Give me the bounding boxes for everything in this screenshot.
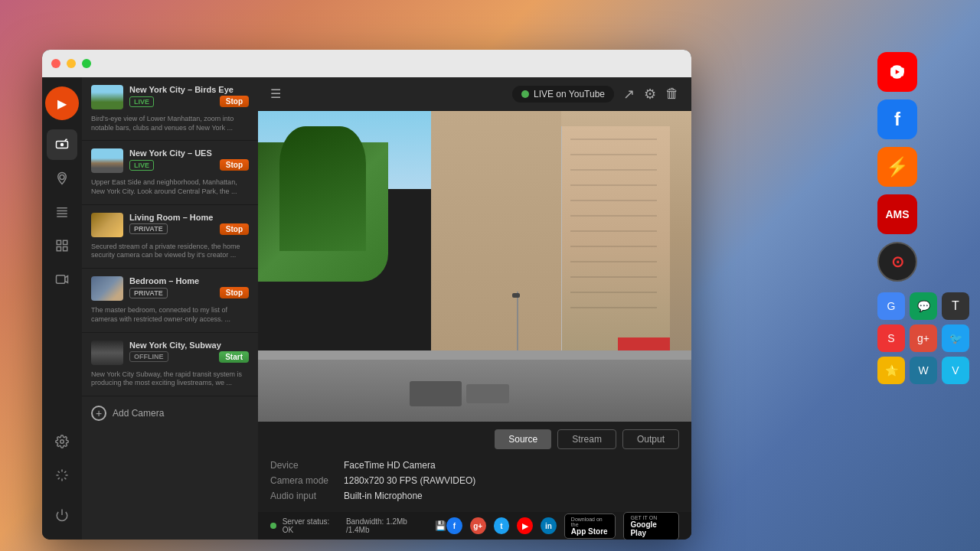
camera-title: New York City – UES	[129, 148, 249, 158]
small-icon-s[interactable]: S	[877, 324, 905, 352]
facebook-desktop-icon[interactable]: f	[877, 99, 917, 139]
desktop-icons: f ⚡ AMS ⊙ G 💬 T S g+ 🐦 ⭐ W V	[877, 52, 969, 384]
social-twitter[interactable]: t	[494, 517, 510, 534]
youtube-desktop-icon[interactable]	[877, 52, 917, 92]
camera-thumbnail	[91, 85, 123, 109]
audio-input-label: Audio input	[270, 491, 328, 501]
camera-title: Living Room – Home	[129, 213, 249, 222]
app-window: ▶	[42, 50, 691, 540]
camera-description: Secured stream of a private residence, t…	[91, 243, 249, 260]
video-preview	[258, 111, 691, 422]
share-icon[interactable]: ↗	[623, 86, 635, 103]
app-store-badge[interactable]: Download on the App Store	[564, 514, 616, 539]
add-camera-button[interactable]: + Add Camera	[82, 396, 258, 430]
server-status-label: Server status: OK	[283, 517, 340, 534]
status-badge: LIVE	[129, 160, 154, 171]
camera-title: New York City – Birds Eye	[129, 85, 249, 94]
nav-update[interactable]	[47, 460, 77, 491]
camera-thumbnail	[91, 341, 123, 365]
camera-item[interactable]: Living Room – Home Private Stop Secured …	[82, 205, 258, 269]
ams-desktop-icon[interactable]: AMS	[877, 194, 917, 234]
start-button[interactable]: Start	[219, 351, 249, 363]
svg-point-12	[60, 440, 64, 444]
stop-button[interactable]: Stop	[220, 96, 249, 107]
camera-list: New York City – Birds Eye LIVE Stop Bird…	[82, 77, 258, 540]
tab-stream[interactable]: Stream	[557, 429, 616, 449]
small-icon-chat[interactable]: 💬	[910, 292, 937, 320]
hdd-icon: 💾	[435, 520, 446, 531]
app-store-sub: Download on the	[571, 517, 609, 527]
lightning-desktop-icon[interactable]: ⚡	[877, 147, 917, 187]
svg-point-1	[60, 143, 64, 147]
svg-rect-11	[57, 276, 65, 284]
live-dot	[521, 90, 529, 98]
small-icon-t[interactable]: T	[942, 292, 969, 320]
menu-icon[interactable]: ☰	[270, 87, 281, 100]
nav-list[interactable]	[47, 197, 77, 227]
social-facebook[interactable]: f	[446, 517, 462, 534]
camera-item[interactable]: Bedroom – Home Private Stop The master b…	[82, 269, 258, 332]
audio-input-value: Built-in Microphone	[344, 491, 679, 501]
nav-power[interactable]	[47, 500, 77, 530]
small-icon-g[interactable]: G	[877, 292, 905, 320]
bandwidth-label: Bandwidth: 1.2Mb /1.4Mb	[346, 517, 429, 534]
social-googleplus[interactable]: g+	[470, 517, 486, 534]
social-linkedin[interactable]: in	[541, 517, 557, 534]
status-badge: Private	[129, 223, 168, 234]
small-icon-gplus[interactable]: g+	[910, 324, 937, 352]
device-value: FaceTime HD Camera	[344, 460, 679, 471]
stop-button[interactable]: Stop	[220, 287, 249, 298]
status-badge: LIVE	[129, 96, 154, 107]
add-camera-label: Add Camera	[113, 408, 164, 419]
maximize-button[interactable]	[82, 59, 91, 68]
nav-grid[interactable]	[47, 230, 77, 261]
camera-thumbnail	[91, 276, 123, 301]
small-icon-twitter[interactable]: 🐦	[942, 324, 969, 352]
camera-description: Bird's-eye view of Lower Manhattan, zoom…	[91, 115, 249, 132]
camera-item[interactable]: New York City – Birds Eye LIVE Stop Bird…	[82, 77, 258, 141]
google-play-badge[interactable]: GET IT ON Google Play	[623, 512, 679, 540]
svg-rect-8	[64, 240, 67, 244]
live-indicator: LIVE on YouTube	[512, 86, 614, 103]
right-panel: ☰ LIVE on YouTube ↗ ⚙ 🗑	[258, 77, 691, 540]
toolbar: ☰ LIVE on YouTube ↗ ⚙ 🗑	[258, 77, 691, 111]
status-bar: Server status: OK Bandwidth: 1.2Mb /1.4M…	[258, 512, 691, 540]
stop-button[interactable]: Stop	[220, 159, 249, 171]
svg-rect-7	[57, 240, 60, 244]
tab-output[interactable]: Output	[622, 429, 679, 449]
camera-title: Bedroom – Home	[129, 276, 249, 285]
small-icon-star[interactable]: ⭐	[877, 357, 905, 384]
tab-row: Source Stream Output	[270, 429, 679, 449]
stop-button[interactable]: Stop	[220, 223, 249, 235]
status-badge: Offline	[129, 351, 168, 362]
s5-desktop-icon[interactable]: ⊙	[877, 242, 917, 282]
device-label: Device	[270, 460, 328, 471]
camera-description: Upper East Side and neighborhood, Manhat…	[91, 178, 249, 196]
app-logo[interactable]: ▶	[45, 86, 79, 120]
camera-description: The master bedroom, connected to my list…	[91, 306, 249, 324]
live-platform-label: LIVE on YouTube	[534, 89, 605, 99]
add-circle-icon: +	[91, 406, 106, 421]
tab-source[interactable]: Source	[495, 429, 551, 449]
nav-maps[interactable]	[47, 163, 77, 194]
minimize-button[interactable]	[67, 59, 76, 68]
camera-item[interactable]: New York City, Subway Offline Start New …	[82, 333, 258, 396]
camera-description: New York City Subway, the rapid transit …	[91, 370, 249, 388]
nav-sidebar: ▶	[42, 77, 82, 540]
close-button[interactable]	[51, 59, 60, 68]
settings-icon[interactable]: ⚙	[644, 86, 656, 103]
small-icon-w[interactable]: W	[910, 357, 937, 384]
svg-point-2	[60, 175, 64, 180]
camera-item[interactable]: New York City – UES LIVE Stop Upper East…	[82, 141, 258, 204]
camera-thumbnail	[91, 213, 123, 237]
nav-video[interactable]	[47, 264, 77, 295]
nav-cameras[interactable]	[47, 129, 77, 160]
small-icon-v[interactable]: V	[942, 357, 969, 384]
delete-icon[interactable]: 🗑	[665, 86, 679, 102]
bottom-controls: Source Stream Output Device FaceTime HD …	[258, 422, 691, 512]
social-youtube[interactable]: ▶	[517, 517, 533, 534]
app-store-main: App Store	[571, 527, 609, 536]
camera-title: New York City, Subway	[129, 341, 249, 350]
nav-settings[interactable]	[47, 426, 77, 457]
server-status-dot	[270, 523, 276, 529]
